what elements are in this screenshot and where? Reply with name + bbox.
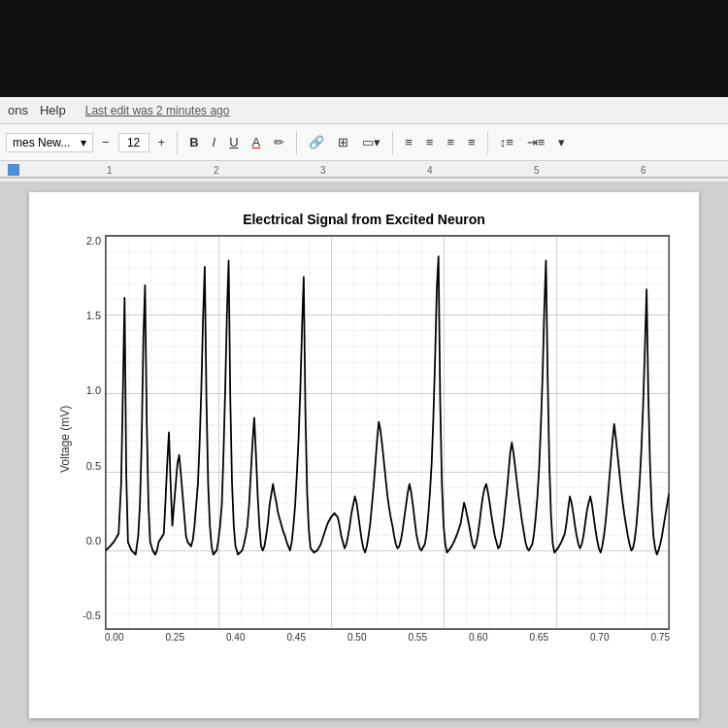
chart-title: Electrical Signal from Excited Neuron	[58, 212, 670, 227]
svg-rect-10	[106, 236, 669, 629]
last-edit-label: Last edit was 2 minutes ago	[85, 104, 230, 117]
align-right-button[interactable]: ≡	[442, 132, 459, 152]
insert-button[interactable]: ⊞	[333, 132, 353, 152]
decrease-font-size-button[interactable]: −	[97, 132, 115, 152]
x-tick-0: 0.00	[105, 632, 123, 643]
svg-text:4: 4	[427, 165, 433, 176]
bold-button[interactable]: B	[184, 132, 203, 152]
y-tick-2: 2.0	[86, 235, 101, 247]
separator-1	[177, 131, 178, 154]
y-tick-0: 0.0	[86, 535, 101, 546]
y-axis-label: Voltage (mV)	[58, 235, 72, 643]
font-dropdown-icon[interactable]: ▾	[81, 136, 86, 149]
x-tick-5: 0.55	[409, 632, 427, 643]
x-tick-6: 0.60	[469, 632, 487, 643]
toolbar: mes New... ▾ − + B I U A ✏ 🔗 ⊞ ▭▾ ≡ ≡ ≡ …	[0, 124, 728, 161]
y-tick-1: 1.0	[86, 384, 101, 396]
svg-text:1: 1	[107, 165, 113, 176]
x-tick-8: 0.70	[590, 632, 609, 643]
separator-2	[296, 131, 297, 154]
doc-area: ons Help Last edit was 2 minutes ago mes…	[0, 97, 728, 728]
menu-item-help[interactable]: Help	[40, 103, 66, 117]
chart-plot-area	[105, 235, 670, 630]
align-left-button[interactable]: ≡	[400, 132, 417, 152]
more-button[interactable]: ▾	[553, 132, 570, 152]
italic-button[interactable]: I	[208, 132, 221, 152]
font-size-input[interactable]	[118, 133, 149, 152]
line-spacing-button[interactable]: ↕≡	[495, 132, 518, 152]
svg-text:2: 2	[214, 165, 219, 176]
font-name-selector[interactable]: mes New... ▾	[6, 133, 93, 152]
menu-bar: ons Help Last edit was 2 minutes ago	[0, 97, 728, 124]
x-tick-4: 0.50	[347, 632, 366, 643]
x-tick-3: 0.45	[287, 632, 306, 643]
font-color-button[interactable]: A	[248, 132, 266, 152]
svg-rect-0	[8, 164, 19, 176]
page-area: Electrical Signal from Excited Neuron Vo…	[0, 182, 728, 728]
separator-4	[487, 131, 488, 154]
svg-text:3: 3	[320, 165, 326, 176]
chart-inner: 0.00 0.25 0.40 0.45 0.50 0.55 0.60 0.65 …	[105, 235, 670, 643]
menu-items: ons Help Last edit was 2 minutes ago	[8, 103, 229, 117]
increase-font-size-button[interactable]: +	[153, 132, 171, 152]
x-tick-2: 0.40	[226, 632, 245, 643]
justify-button[interactable]: ≡	[463, 132, 480, 152]
underline-button[interactable]: U	[224, 132, 243, 152]
svg-text:6: 6	[641, 165, 646, 176]
separator-3	[392, 131, 393, 154]
y-tick-0-5: 0.5	[86, 460, 101, 472]
y-tick-1-5: 1.5	[86, 310, 101, 321]
document-page: Electrical Signal from Excited Neuron Vo…	[29, 192, 699, 718]
top-black-bar	[0, 0, 728, 97]
indent-button[interactable]: ⇥≡	[522, 132, 550, 152]
font-name-label: mes New...	[13, 136, 70, 149]
link-button[interactable]: 🔗	[304, 132, 329, 152]
ruler-content: 1 2 3 4 5 6	[0, 161, 728, 182]
x-tick-9: 0.75	[651, 632, 670, 643]
svg-text:5: 5	[534, 165, 540, 176]
align-center-button[interactable]: ≡	[421, 132, 439, 152]
x-tick-1: 0.25	[166, 632, 184, 643]
y-tick-neg: -0.5	[83, 610, 101, 621]
x-tick-7: 0.65	[530, 632, 548, 643]
menu-item-ons[interactable]: ons	[8, 103, 28, 117]
pencil-icon-button[interactable]: ✏	[269, 132, 289, 152]
chart-container: Voltage (mV) 2.0 1.5 1.0 0.5 0.0 -0.5	[58, 235, 670, 643]
image-button[interactable]: ▭▾	[357, 132, 385, 152]
ruler: 1 2 3 4 5 6	[0, 161, 728, 182]
